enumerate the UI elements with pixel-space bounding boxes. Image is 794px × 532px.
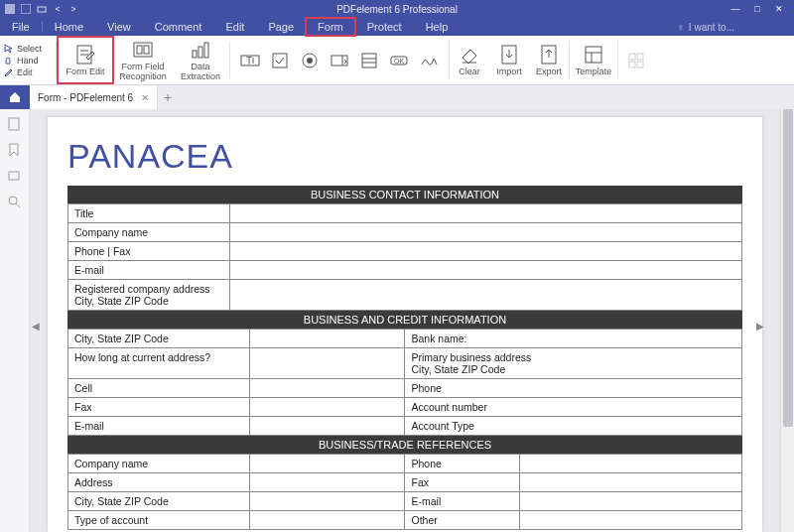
- menu-protect[interactable]: Protect: [355, 18, 414, 36]
- listbox-tool[interactable]: [357, 49, 381, 72]
- search-icon[interactable]: [7, 195, 23, 210]
- redo-icon[interactable]: [67, 3, 79, 15]
- form-table-2: City, State ZIP CodeBank name: How long …: [67, 329, 742, 436]
- checkbox-tool[interactable]: [268, 49, 292, 72]
- field-label: City, State ZIP Code: [68, 330, 250, 348]
- thumbnails-icon[interactable]: [7, 117, 23, 133]
- form-edit-label: Form Edit: [66, 67, 104, 77]
- svg-rect-36: [9, 172, 19, 180]
- svg-rect-28: [586, 47, 601, 63]
- form-edit-button[interactable]: Form Edit: [57, 36, 114, 84]
- field-value[interactable]: [250, 492, 405, 511]
- close-button[interactable]: ✕: [772, 4, 786, 14]
- edit-tool[interactable]: Edit: [4, 67, 56, 77]
- svg-rect-1: [21, 4, 31, 14]
- field-label: Address: [68, 473, 250, 492]
- hand-label: Hand: [17, 56, 39, 66]
- field-value[interactable]: [519, 455, 741, 473]
- svg-rect-20: [362, 54, 376, 67]
- svg-rect-15: [273, 54, 287, 67]
- field-value[interactable]: [250, 330, 405, 348]
- form-field-recognition-button[interactable]: Form Field Recognition: [114, 36, 172, 84]
- menu-comment[interactable]: Comment: [143, 18, 214, 36]
- form-table-3: Company namePhone AddressFax City, State…: [67, 454, 742, 530]
- form-field-recog-label: Form Field Recognition: [119, 63, 167, 82]
- field-value[interactable]: [519, 511, 741, 530]
- field-value[interactable]: [250, 511, 405, 530]
- save-icon[interactable]: [20, 3, 32, 15]
- field-label: Phone: [405, 379, 742, 398]
- field-label: Other: [405, 511, 519, 530]
- field-value[interactable]: [519, 492, 741, 511]
- document-tab[interactable]: Form - PDFelement 6 ✕: [30, 85, 158, 109]
- menu-file[interactable]: File: [0, 18, 42, 36]
- field-label: Type of account: [68, 511, 250, 530]
- field-value[interactable]: [229, 204, 741, 223]
- field-label: Registered company address City, State Z…: [68, 280, 230, 311]
- svg-line-38: [16, 203, 20, 207]
- export-button[interactable]: Export: [529, 36, 569, 84]
- signature-tool[interactable]: [417, 49, 441, 72]
- section-header-1: BUSINESS CONTACT INFORMATION: [67, 186, 742, 203]
- import-icon: [498, 44, 520, 66]
- field-value[interactable]: [250, 473, 405, 492]
- new-tab-button[interactable]: +: [158, 87, 178, 107]
- field-label: E-mail: [405, 492, 519, 511]
- svg-rect-2: [38, 7, 46, 12]
- home-tab-button[interactable]: [0, 85, 30, 109]
- minimize-button[interactable]: ―: [728, 4, 742, 14]
- data-extraction-button[interactable]: Data Extraction: [172, 36, 229, 84]
- radio-tool[interactable]: [298, 49, 322, 72]
- template-button[interactable]: Template: [570, 36, 617, 84]
- combobox-tool[interactable]: [328, 49, 351, 72]
- more-button[interactable]: [618, 36, 654, 84]
- bookmarks-icon[interactable]: [7, 143, 23, 159]
- text-field-tool[interactable]: T: [238, 49, 262, 72]
- maximize-button[interactable]: □: [750, 4, 764, 14]
- field-value[interactable]: [229, 280, 741, 311]
- button-tool[interactable]: OK: [387, 49, 411, 72]
- vertical-scrollbar[interactable]: [780, 109, 794, 532]
- svg-rect-8: [144, 46, 149, 54]
- import-button[interactable]: Import: [489, 36, 529, 84]
- scrollbar-thumb[interactable]: [783, 109, 793, 427]
- field-value[interactable]: [250, 417, 405, 436]
- field-label: E-mail: [68, 417, 250, 436]
- field-label: How long at current address?: [68, 348, 250, 379]
- field-label: Primary business address City, State ZIP…: [405, 348, 742, 379]
- i-want-to[interactable]: ♀ I want to...: [677, 22, 794, 33]
- field-value[interactable]: [250, 379, 405, 398]
- field-label: E-mail: [68, 261, 230, 280]
- menu-form[interactable]: Form: [306, 18, 355, 36]
- field-label: Company name: [68, 455, 250, 473]
- import-label: Import: [496, 67, 522, 77]
- select-tool[interactable]: Select: [4, 44, 56, 54]
- attachments-icon[interactable]: [7, 169, 23, 185]
- section-header-3: BUSINESS/TRADE REFERENCES: [67, 436, 742, 454]
- menu-edit[interactable]: Edit: [213, 18, 256, 36]
- menu-view[interactable]: View: [95, 18, 143, 36]
- field-value[interactable]: [250, 398, 405, 417]
- field-value[interactable]: [229, 223, 741, 242]
- field-value[interactable]: [229, 261, 741, 280]
- tab-close-icon[interactable]: ✕: [141, 92, 149, 103]
- select-label: Select: [17, 44, 42, 54]
- next-page-arrow[interactable]: ▶: [756, 321, 764, 332]
- svg-rect-31: [629, 54, 635, 60]
- eraser-icon: [459, 44, 480, 66]
- export-icon: [538, 44, 560, 66]
- clear-button[interactable]: Clear: [450, 36, 489, 84]
- undo-icon[interactable]: [52, 3, 64, 15]
- svg-text:OK: OK: [394, 58, 404, 65]
- menu-page[interactable]: Page: [256, 18, 306, 36]
- prev-page-arrow[interactable]: ◀: [32, 321, 40, 332]
- menu-home[interactable]: Home: [43, 18, 95, 36]
- document-logo: PANACEA: [67, 137, 742, 176]
- menu-help[interactable]: Help: [414, 18, 461, 36]
- field-value[interactable]: [229, 242, 741, 261]
- field-value[interactable]: [519, 473, 741, 492]
- hand-tool[interactable]: Hand: [4, 56, 56, 66]
- field-value[interactable]: [250, 455, 405, 473]
- field-value[interactable]: [250, 348, 405, 379]
- print-icon[interactable]: [36, 3, 48, 15]
